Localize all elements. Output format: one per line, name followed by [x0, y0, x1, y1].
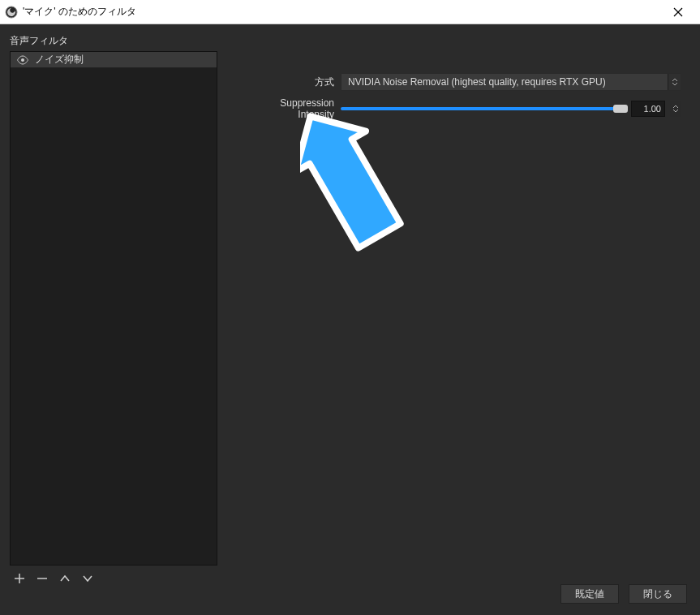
- chevron-up-icon: [59, 573, 71, 584]
- intensity-value-input[interactable]: 1.00: [631, 101, 665, 117]
- intensity-label: Suppression Intensity: [243, 97, 341, 120]
- method-row: 方式 NVIDIA Noise Removal (highest quality…: [243, 73, 681, 91]
- filter-toolbar: [10, 566, 217, 587]
- slider-thumb[interactable]: [613, 105, 628, 113]
- svg-point-3: [21, 58, 24, 62]
- method-value: NVIDIA Noise Removal (highest quality, r…: [348, 76, 606, 88]
- filter-settings-panel: 方式 NVIDIA Noise Removal (highest quality…: [243, 73, 681, 127]
- dialog-buttons: 既定値 閉じる: [560, 584, 687, 604]
- move-filter-up-button[interactable]: [57, 570, 73, 587]
- obs-logo-icon: [5, 6, 18, 19]
- filter-item-label: ノイズ抑制: [35, 53, 84, 67]
- plus-icon: [14, 573, 25, 584]
- filter-list[interactable]: ノイズ抑制: [10, 51, 217, 566]
- left-panel: 音声フィルタ ノイズ抑制: [10, 34, 217, 587]
- close-icon: [673, 7, 683, 17]
- filter-item-noise-suppression[interactable]: ノイズ抑制: [11, 52, 217, 68]
- audio-filters-label: 音声フィルタ: [10, 34, 217, 48]
- method-label: 方式: [243, 75, 341, 89]
- close-window-button[interactable]: [661, 1, 695, 24]
- minus-icon: [37, 573, 48, 584]
- chevron-down-icon: [672, 82, 678, 86]
- move-filter-down-button[interactable]: [79, 570, 96, 587]
- window-title: 'マイク' のためのフィルタ: [23, 5, 661, 19]
- chevron-down-icon: [82, 573, 93, 584]
- intensity-row: Suppression Intensity 1.00: [243, 97, 681, 120]
- close-button[interactable]: 閉じる: [629, 584, 687, 604]
- method-dropdown[interactable]: NVIDIA Noise Removal (highest quality, r…: [341, 73, 681, 91]
- defaults-button[interactable]: 既定値: [560, 584, 619, 604]
- remove-filter-button[interactable]: [34, 570, 50, 587]
- visibility-toggle-icon[interactable]: [15, 54, 30, 66]
- content-area: 音声フィルタ ノイズ抑制: [0, 24, 700, 615]
- add-filter-button[interactable]: [11, 570, 28, 587]
- intensity-slider[interactable]: [341, 107, 626, 110]
- chevron-down-icon: [672, 109, 679, 113]
- titlebar: 'マイク' のためのフィルタ: [0, 0, 700, 24]
- intensity-spinner[interactable]: [670, 101, 681, 117]
- dropdown-spinner[interactable]: [668, 74, 681, 90]
